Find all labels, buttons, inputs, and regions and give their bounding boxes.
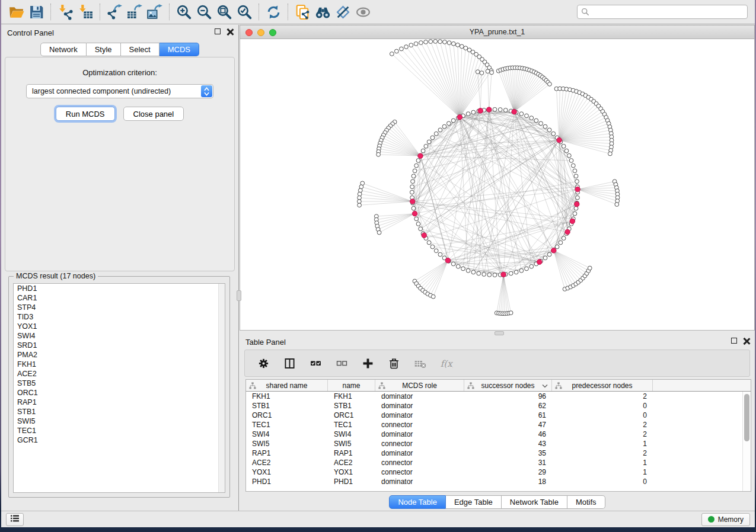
mcds-result-item[interactable]: GCR1 xyxy=(14,435,225,445)
network-nodes[interactable] xyxy=(357,39,619,315)
memory-button[interactable]: Memory xyxy=(701,513,750,526)
float-window-icon[interactable] xyxy=(215,28,221,34)
float-table-panel-icon[interactable] xyxy=(731,338,737,344)
export-image-button[interactable] xyxy=(145,2,165,21)
mcds-result-item[interactable]: STB1 xyxy=(14,407,225,416)
table-row[interactable]: SWI4SWI4dominator462 xyxy=(246,430,742,439)
column-header-name[interactable]: name xyxy=(328,380,375,391)
mcds-result-item[interactable]: SWI5 xyxy=(14,416,225,426)
mcds-result-item[interactable]: PMA2 xyxy=(14,350,225,360)
delete-button[interactable] xyxy=(384,354,404,373)
show-graphics-details-button[interactable] xyxy=(353,2,373,21)
add-button[interactable] xyxy=(358,354,378,373)
import-network-button[interactable] xyxy=(55,2,75,21)
columns-button[interactable] xyxy=(279,354,299,373)
tab-mcds[interactable]: MCDS xyxy=(160,43,199,56)
table-cell: ACE2 xyxy=(246,458,328,467)
mcds-result-item[interactable]: SWI4 xyxy=(14,331,225,341)
table-row[interactable]: YOX1YOX1connector291 xyxy=(246,467,742,477)
mcds-result-item[interactable]: STB5 xyxy=(14,379,225,388)
mcds-result-item[interactable]: RAP1 xyxy=(14,398,225,407)
column-header-label: successor nodes xyxy=(481,382,534,390)
zoom-selected-button[interactable] xyxy=(234,2,254,21)
mcds-result-item[interactable]: PHD1 xyxy=(14,284,225,293)
save-icon xyxy=(28,4,44,20)
close-table-panel-icon[interactable] xyxy=(743,338,750,345)
save-button[interactable] xyxy=(26,2,46,21)
window-zoom-icon[interactable] xyxy=(269,29,276,36)
export-table-icon xyxy=(127,4,143,20)
network-graph[interactable] xyxy=(240,39,754,330)
column-header-predecessor-nodes[interactable]: predecessor nodes xyxy=(552,380,653,391)
add-icon xyxy=(361,357,375,370)
hide-selected-button[interactable] xyxy=(333,2,353,21)
table-row[interactable]: TEC1TEC1connector472 xyxy=(246,420,742,430)
table-row[interactable]: FKH1FKH1dominator962 xyxy=(246,392,742,401)
zoom-out-button[interactable] xyxy=(194,2,214,21)
criterion-dropdown[interactable]: largest connected component (undirected) xyxy=(26,84,213,98)
control-panel-header: Control Panel xyxy=(1,25,238,40)
tab-style[interactable]: Style xyxy=(87,43,121,56)
table-cell: RAP1 xyxy=(246,448,328,458)
clone-network-button[interactable] xyxy=(292,2,312,21)
task-history-button[interactable] xyxy=(6,513,24,526)
tab-network[interactable]: Network xyxy=(40,43,87,56)
table-cell: STB1 xyxy=(328,401,375,411)
tab-edge-table[interactable]: Edge Table xyxy=(446,495,502,509)
mcds-result-item[interactable]: TEC1 xyxy=(14,426,225,435)
table-row[interactable]: RAP1RAP1dominator352 xyxy=(246,448,742,458)
refresh-icon xyxy=(266,4,282,20)
table-scrollbar[interactable] xyxy=(742,392,751,491)
import-table-button[interactable] xyxy=(75,2,95,21)
table-row[interactable]: SWI5SWI5connector431 xyxy=(246,439,742,448)
table-cell: YOX1 xyxy=(246,467,328,477)
network-view-canvas[interactable] xyxy=(240,39,755,331)
table-row[interactable]: STB1STB1dominator620 xyxy=(246,401,742,411)
table-row[interactable]: ORC1ORC1dominator610 xyxy=(246,411,742,420)
table-cell: STB1 xyxy=(246,401,328,411)
close-panel-icon[interactable] xyxy=(227,28,234,36)
search-box[interactable] xyxy=(577,5,748,19)
vertical-splitter-handle[interactable] xyxy=(237,290,241,301)
mcds-result-item[interactable]: ACE2 xyxy=(14,369,225,379)
tab-network-table[interactable]: Network Table xyxy=(502,495,567,509)
export-network-button[interactable] xyxy=(104,2,125,21)
horizontal-splitter-handle[interactable] xyxy=(495,331,504,335)
export-table-button[interactable] xyxy=(125,2,145,21)
mcds-result-list[interactable]: PHD1CAR1STP4TID3YOX1SWI4SRD1PMA2FKH1ACE2… xyxy=(13,283,225,493)
zoom-in-button[interactable] xyxy=(174,2,194,21)
table-row[interactable]: PHD1PHD1dominator180 xyxy=(246,477,742,486)
settings-button[interactable] xyxy=(253,354,273,373)
table-row[interactable]: ACE2ACE2connector311 xyxy=(246,458,742,467)
close-panel-button[interactable]: Close panel xyxy=(123,107,184,121)
column-header-shared-name[interactable]: shared name xyxy=(246,380,328,391)
run-mcds-button[interactable]: Run MCDS xyxy=(56,107,115,121)
first-neighbors-button[interactable] xyxy=(312,2,333,21)
refresh-button[interactable] xyxy=(263,2,283,21)
column-header-successor-nodes[interactable]: successor nodes xyxy=(464,380,552,391)
mcds-result-item[interactable]: STP4 xyxy=(14,303,225,312)
table-cell: SWI5 xyxy=(246,439,328,448)
network-window-titlebar: YPA_prune.txt_1 xyxy=(240,25,755,39)
column-header-label: predecessor nodes xyxy=(572,382,632,390)
sort-chevron-icon[interactable] xyxy=(542,384,548,388)
deselect-all-button[interactable] xyxy=(331,354,352,373)
mcds-list-scrollbar[interactable] xyxy=(218,284,225,492)
open-file-button[interactable] xyxy=(6,2,26,21)
tab-select[interactable]: Select xyxy=(121,43,160,56)
mcds-result-item[interactable]: FKH1 xyxy=(14,360,225,369)
window-close-icon[interactable] xyxy=(245,29,253,36)
mcds-result-item[interactable]: TID3 xyxy=(14,312,225,322)
mcds-result-item[interactable]: SRD1 xyxy=(14,341,225,350)
column-header-MCDS-role[interactable]: MCDS role xyxy=(375,380,464,391)
table-scrollbar-thumb[interactable] xyxy=(744,394,749,441)
tab-motifs[interactable]: Motifs xyxy=(567,495,605,509)
select-all-button[interactable] xyxy=(305,354,326,373)
zoom-fit-button[interactable] xyxy=(214,2,234,21)
mcds-result-item[interactable]: YOX1 xyxy=(14,322,225,331)
window-minimize-icon[interactable] xyxy=(257,29,264,36)
tab-node-table[interactable]: Node Table xyxy=(389,495,446,509)
mcds-result-item[interactable]: ORC1 xyxy=(14,388,225,398)
search-input[interactable] xyxy=(592,8,744,16)
mcds-result-item[interactable]: CAR1 xyxy=(14,293,225,303)
